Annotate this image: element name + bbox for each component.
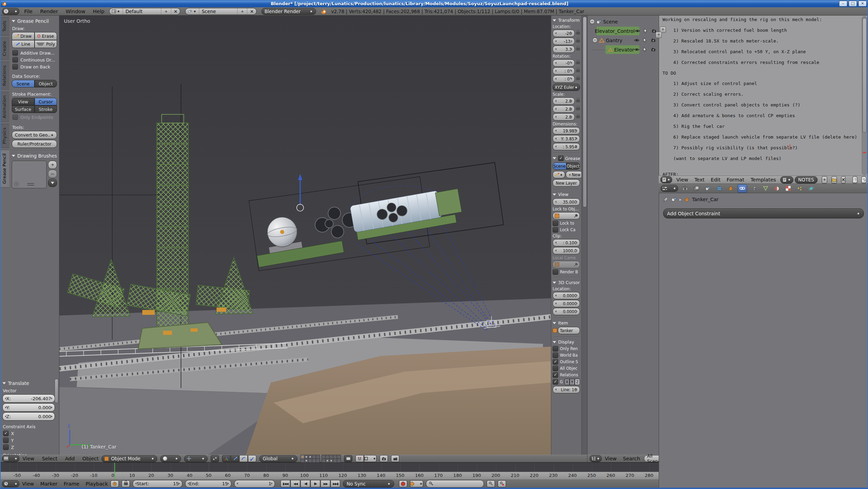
text-line[interactable]: 4) Corrected constraints errors resultin… xyxy=(662,60,860,65)
ruler-protractor-button[interactable]: Ruler/Protractor xyxy=(12,140,57,148)
menu-item[interactable]: Help xyxy=(93,9,104,14)
text-line[interactable]: TO DO xyxy=(662,70,860,76)
layer-grid-2[interactable] xyxy=(322,455,341,463)
new-layer-button[interactable]: New Layer xyxy=(553,179,580,187)
opengl-render-anim-button[interactable] xyxy=(391,455,399,462)
rotation-x-field[interactable]: -0° xyxy=(553,59,575,67)
text-line[interactable] xyxy=(662,140,860,145)
item-name-field[interactable]: Tanker xyxy=(558,327,580,334)
menu-item[interactable]: Marker xyxy=(40,481,57,487)
clip-start-field[interactable]: : 0.100 xyxy=(553,239,580,246)
editor-type-properties-button[interactable] xyxy=(661,185,678,192)
drawing-brushes-panel-header[interactable]: Drawing Brushes xyxy=(12,153,57,159)
text-line[interactable] xyxy=(662,150,860,156)
data-source-object-toggle[interactable]: Object xyxy=(35,80,57,87)
scene-delete-button[interactable]: ✕ xyxy=(247,8,256,15)
viewport-3d[interactable]: User Ortho y z (1) Tanker_Car Transform … xyxy=(59,16,587,455)
active-keying-set-field[interactable] xyxy=(426,480,484,488)
jump-to-start-button[interactable]: ▮◀◀ xyxy=(280,480,290,487)
convert-to-geometry-dropdown[interactable]: Convert to Geo... xyxy=(12,131,57,139)
scrollbar-thumb[interactable] xyxy=(862,18,867,133)
menu-item[interactable]: Templates xyxy=(751,177,776,182)
tab-create[interactable]: Create xyxy=(0,37,9,60)
text-line[interactable] xyxy=(662,44,860,49)
tab-grease-pencil[interactable]: Grease Pencil xyxy=(0,150,9,188)
poly-button[interactable]: Poly xyxy=(35,40,57,48)
grease-enable-checkbox[interactable] xyxy=(558,156,564,161)
checkbox[interactable] xyxy=(553,359,558,365)
timeline-track[interactable] xyxy=(0,462,659,472)
editor-type-3dview-button[interactable] xyxy=(2,455,19,462)
rotation-z-field[interactable]: : 0° xyxy=(553,75,575,83)
pin-icon[interactable] xyxy=(663,197,668,202)
stroke-view-toggle[interactable]: View xyxy=(12,98,35,105)
text-line[interactable]: 3) Relocated control panel to +50 Y, on … xyxy=(662,49,860,54)
playhead-marker[interactable] xyxy=(114,463,115,479)
location-y-field[interactable]: -13. xyxy=(553,38,575,45)
tab-tools[interactable]: Tools xyxy=(0,17,9,36)
editor-type-text-button[interactable] xyxy=(660,176,672,183)
rotation-mode-dropdown[interactable]: XYZ Euler xyxy=(553,84,580,91)
region-expand-button[interactable]: + xyxy=(656,32,662,38)
render-engine-selector[interactable]: Blender Render xyxy=(261,8,316,15)
menu-item[interactable]: Format xyxy=(727,177,744,182)
insert-keyframe-button[interactable] xyxy=(487,480,495,487)
frame-start-field[interactable]: Start:15 xyxy=(133,480,182,488)
layout-delete-button[interactable]: ✕ xyxy=(171,8,180,15)
grid-lines-field[interactable]: Line: 16 xyxy=(553,386,580,393)
outliner-item-label[interactable]: Scene xyxy=(603,19,618,25)
vector-x-field[interactable]: X:-206.407 xyxy=(2,394,55,403)
transform-panel-header[interactable]: Transform xyxy=(553,18,580,23)
frame-end-field[interactable]: End:15 xyxy=(185,480,231,488)
menu-item[interactable]: Select xyxy=(42,456,57,461)
translate-manipulator-toggle[interactable] xyxy=(231,455,239,462)
tab-object-data[interactable] xyxy=(761,185,770,192)
menu-item[interactable]: File xyxy=(24,9,32,14)
tab-scene[interactable] xyxy=(703,185,712,192)
checkbox[interactable] xyxy=(12,57,18,63)
editor-type-timeline-button[interactable] xyxy=(2,480,19,487)
menu-item[interactable]: Window xyxy=(66,9,85,14)
scale-x-field[interactable]: 2.8 xyxy=(553,97,575,105)
menu-item[interactable]: View xyxy=(605,456,617,461)
auto-keyframe-record-button[interactable] xyxy=(399,480,407,487)
jump-prev-keyframe-button[interactable]: ◀◀ xyxy=(290,480,300,487)
text-line[interactable] xyxy=(662,108,860,113)
text-new-button[interactable]: ＋ xyxy=(822,176,827,184)
tab-render[interactable] xyxy=(680,185,689,192)
menu-item[interactable]: Render xyxy=(40,9,58,14)
lock-range-toggle[interactable] xyxy=(122,480,130,487)
line-numbers-toggle[interactable] xyxy=(852,176,857,184)
current-frame-field[interactable]: 1 xyxy=(234,480,275,488)
play-button[interactable]: ▶ xyxy=(311,480,320,487)
text-line[interactable] xyxy=(662,33,860,38)
vector-y-field[interactable]: Y:0.000 xyxy=(2,403,55,412)
menu-item[interactable]: Object xyxy=(82,456,98,461)
checkbox[interactable] xyxy=(12,50,18,56)
text-line[interactable] xyxy=(662,86,860,92)
snap-element-selector[interactable] xyxy=(364,455,376,462)
editor-type-info-button[interactable]: i xyxy=(2,8,19,15)
text-line[interactable]: AFTER: xyxy=(662,172,860,176)
axis-x-toggle[interactable]: X xyxy=(564,379,570,385)
scale-y-field[interactable]: 2.8 xyxy=(553,105,575,113)
text-line[interactable] xyxy=(662,65,860,70)
snap-toggle[interactable] xyxy=(355,455,364,462)
axis-z-checkbox[interactable] xyxy=(3,444,9,450)
checkbox[interactable] xyxy=(553,269,558,275)
cursor-y-field[interactable]: 0.0000 xyxy=(553,300,580,307)
vector-z-field[interactable]: Z:0.000 xyxy=(2,412,55,421)
add-object-constraint-dropdown[interactable]: Add Object Constraint xyxy=(663,208,864,218)
lock-icon[interactable] xyxy=(576,40,580,43)
layers-widget[interactable] xyxy=(301,455,341,463)
rotation-y-field[interactable]: : 0° xyxy=(553,67,575,75)
grease-scene-toggle[interactable]: Scene xyxy=(553,162,566,170)
brush-list[interactable]: + xyxy=(12,161,47,188)
lock-icon[interactable] xyxy=(576,48,580,50)
menu-item[interactable]: Text xyxy=(694,177,704,182)
text-line[interactable]: (want to separate LV and LP model files) xyxy=(662,156,860,161)
grease-pencil-panel-header[interactable]: Grease Pencil xyxy=(12,18,57,24)
checkbox[interactable] xyxy=(553,227,558,233)
expand-collapse-icon[interactable]: − xyxy=(592,38,598,43)
editor-type-outliner-button[interactable] xyxy=(590,455,602,462)
